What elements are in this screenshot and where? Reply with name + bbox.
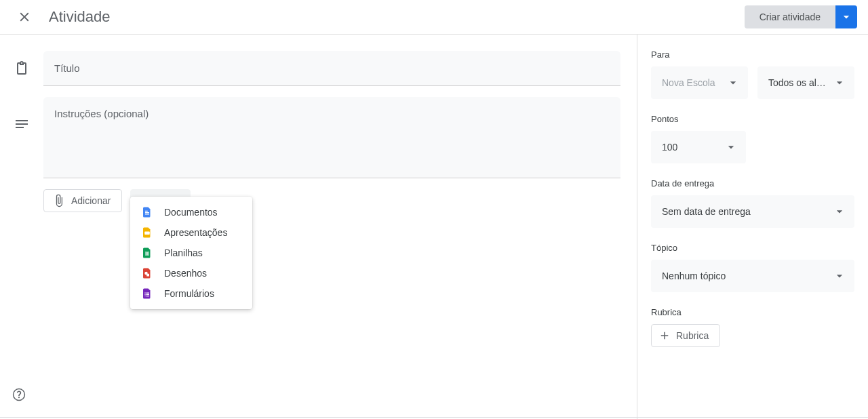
add-button-label: Adicionar bbox=[71, 195, 111, 206]
students-select-value: Todos os alu… bbox=[768, 77, 827, 88]
assignment-icon bbox=[14, 60, 30, 77]
svg-rect-0 bbox=[144, 232, 150, 235]
points-label: Pontos bbox=[651, 114, 854, 124]
help-button[interactable] bbox=[9, 385, 28, 404]
caret-down-icon bbox=[726, 76, 740, 89]
caret-down-icon bbox=[833, 269, 846, 283]
description-icon bbox=[14, 116, 30, 132]
instructions-input[interactable] bbox=[54, 108, 610, 167]
menu-item-label: Formulários bbox=[164, 288, 214, 299]
sheets-icon bbox=[141, 245, 153, 260]
points-value: 100 bbox=[662, 142, 719, 153]
create-assignment-button[interactable]: Criar atividade bbox=[745, 5, 835, 28]
menu-item-drawings[interactable]: Desenhos bbox=[130, 263, 252, 283]
students-select[interactable]: Todos os alu… bbox=[757, 66, 854, 99]
for-label: Para bbox=[651, 49, 854, 60]
menu-item-docs[interactable]: Documentos bbox=[130, 202, 252, 222]
caret-down-icon bbox=[724, 140, 738, 154]
topic-label: Tópico bbox=[651, 243, 854, 253]
menu-item-forms[interactable]: Formulários bbox=[130, 283, 252, 304]
create-assignment-dropdown[interactable] bbox=[835, 5, 857, 28]
page-title: Atividade bbox=[49, 8, 111, 26]
caret-down-icon bbox=[840, 10, 853, 24]
rubric-label: Rubrica bbox=[651, 307, 854, 317]
topic-select[interactable]: Nenhum tópico bbox=[651, 260, 854, 292]
instructions-field-container bbox=[43, 97, 620, 178]
svg-point-4 bbox=[144, 294, 145, 295]
create-dropdown-menu: Documentos Apresentações Planilhas Desen… bbox=[130, 197, 252, 309]
menu-item-label: Desenhos bbox=[164, 268, 207, 279]
due-label: Data de entrega bbox=[651, 178, 854, 188]
bottom-divider bbox=[0, 417, 868, 418]
help-icon bbox=[12, 387, 26, 402]
topbar: Atividade Criar atividade bbox=[0, 0, 868, 35]
menu-item-label: Documentos bbox=[164, 207, 218, 218]
svg-rect-2 bbox=[146, 274, 149, 277]
slides-icon bbox=[141, 225, 153, 240]
svg-point-5 bbox=[144, 296, 145, 296]
add-button[interactable]: Adicionar bbox=[43, 189, 122, 212]
points-select[interactable]: 100 bbox=[651, 131, 746, 163]
drawings-icon bbox=[141, 266, 153, 281]
menu-item-sheets[interactable]: Planilhas bbox=[130, 243, 252, 263]
svg-point-3 bbox=[144, 292, 145, 293]
main-content: Adicionar Criar Documentos Apresentações… bbox=[0, 35, 637, 419]
menu-item-label: Planilhas bbox=[164, 247, 203, 258]
class-select-value: Nova Escola bbox=[662, 77, 721, 88]
forms-icon bbox=[141, 286, 153, 301]
plus-icon bbox=[658, 330, 671, 342]
rubric-button[interactable]: Rubrica bbox=[651, 324, 720, 347]
due-date-value: Sem data de entrega bbox=[662, 206, 827, 217]
close-icon bbox=[17, 9, 32, 24]
class-select[interactable]: Nova Escola bbox=[651, 66, 748, 99]
sidebar: Para Nova Escola Todos os alu… Pontos 10… bbox=[637, 35, 868, 419]
caret-down-icon bbox=[833, 76, 846, 89]
attachment-icon bbox=[52, 194, 66, 207]
topic-value: Nenhum tópico bbox=[662, 271, 827, 281]
rubric-button-label: Rubrica bbox=[676, 330, 709, 341]
menu-item-slides[interactable]: Apresentações bbox=[130, 222, 252, 243]
close-button[interactable] bbox=[11, 3, 38, 31]
caret-down-icon bbox=[833, 205, 846, 218]
docs-icon bbox=[141, 205, 153, 220]
menu-item-label: Apresentações bbox=[164, 227, 227, 238]
title-input[interactable] bbox=[54, 62, 610, 74]
due-date-select[interactable]: Sem data de entrega bbox=[651, 195, 854, 228]
title-field-container bbox=[43, 51, 620, 86]
